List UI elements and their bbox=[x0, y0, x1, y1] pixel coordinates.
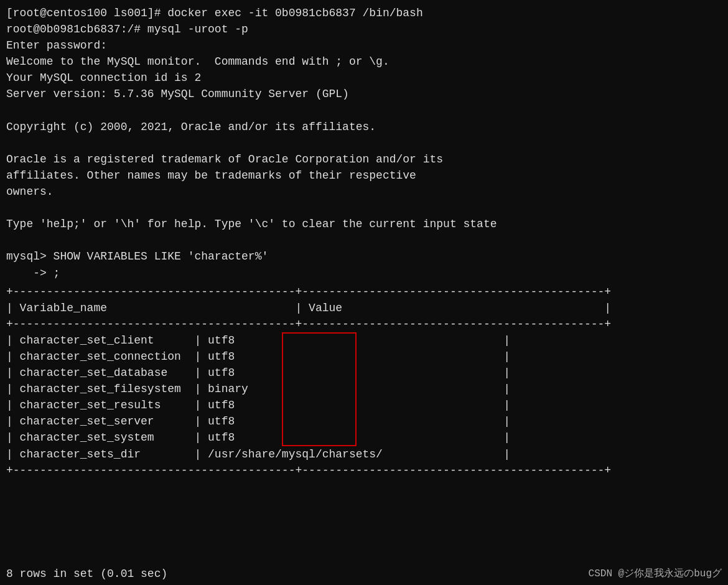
rows-info: 8 rows in set (0.01 sec) bbox=[6, 568, 167, 580]
table-header: | Variable_name | Value | bbox=[6, 300, 722, 316]
blank-line-1 bbox=[6, 103, 722, 119]
watermark: CSDN @ジ你是我永远のbugグ bbox=[589, 567, 722, 580]
terminal-line-cmd1: [root@centos100 ls001]# docker exec -it … bbox=[6, 5, 722, 21]
table-separator-header: +---------------------------------------… bbox=[6, 316, 722, 332]
terminal-line-cmd5: Your MySQL connection id is 2 bbox=[6, 70, 722, 86]
table-row-server: | character_set_server | utf8 | bbox=[6, 413, 510, 429]
table-separator-bottom: +---------------------------------------… bbox=[6, 462, 722, 479]
blank-line-2 bbox=[6, 135, 722, 151]
terminal-line-oracle2: affiliates. Other names may be trademark… bbox=[6, 167, 722, 184]
terminal-line-oracle3: owners. bbox=[6, 184, 722, 200]
table-row-filesystem: | character_set_filesystem | binary | bbox=[6, 381, 510, 397]
table-row-system: | character_set_system | utf8 | bbox=[6, 429, 510, 446]
terminal-line-oracle1: Oracle is a registered trademark of Orac… bbox=[6, 151, 722, 167]
terminal-line-help1: Type 'help;' or '\h' for help. Type '\c'… bbox=[6, 216, 722, 232]
terminal-line-copy1: Copyright (c) 2000, 2021, Oracle and/or … bbox=[6, 119, 722, 135]
table-row-client: | character_set_client | utf8 | bbox=[6, 332, 510, 349]
table-row-dir: | character_sets_dir | /usr/share/mysql/… bbox=[6, 446, 722, 462]
terminal-line-query2: -> ; bbox=[6, 265, 722, 281]
terminal-line-cmd6: Server version: 5.7.36 MySQL Community S… bbox=[6, 86, 722, 102]
table-separator-top: +---------------------------------------… bbox=[6, 284, 722, 300]
terminal-line-cmd4: Welcome to the MySQL monitor. Commands e… bbox=[6, 54, 722, 70]
terminal: [root@centos100 ls001]# docker exec -it … bbox=[0, 0, 728, 585]
blank-line-3 bbox=[6, 200, 722, 216]
terminal-line-query1[interactable]: mysql> SHOW VARIABLES LIKE 'character%' bbox=[6, 248, 722, 264]
footer-bar: 8 rows in set (0.01 sec) CSDN @ジ你是我永远のbu… bbox=[6, 567, 722, 580]
terminal-line-cmd3: Enter password: bbox=[6, 37, 722, 54]
table-row-results: | character_set_results | utf8 | bbox=[6, 397, 510, 413]
table-row-database: | character_set_database | utf8 | bbox=[6, 365, 510, 381]
blank-line-4 bbox=[6, 232, 722, 248]
terminal-line-cmd2: root@0b0981cb6837:/# mysql -uroot -p bbox=[6, 21, 722, 37]
table-row-connection: | character_set_connection | utf8 | bbox=[6, 349, 510, 365]
query-results-table: +---------------------------------------… bbox=[6, 284, 722, 479]
